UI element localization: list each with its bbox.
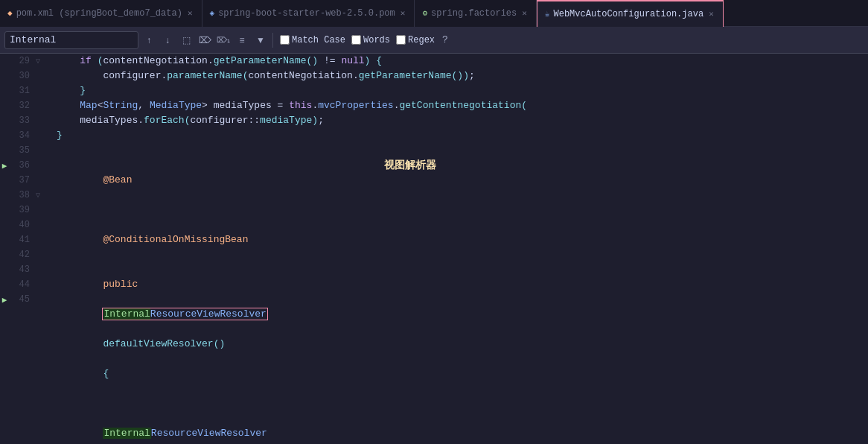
fold-icon-38[interactable]: ▽	[36, 191, 40, 200]
arrow-icon-45: ▶	[2, 295, 7, 305]
gutter-row-45: 45	[9, 292, 54, 307]
search-filter-button[interactable]: ≡	[234, 32, 250, 48]
search-prev-button[interactable]: ↑	[141, 32, 157, 48]
words-checkbox[interactable]	[351, 35, 361, 45]
margin-row-31	[0, 83, 9, 98]
tab-webmvc-java[interactable]: ☕ WebMvcAutoConfiguration.java ✕	[537, 0, 724, 27]
arrow-icon-36: ▶	[2, 161, 7, 171]
search-input[interactable]	[10, 34, 129, 45]
gutter-icons-36	[36, 158, 52, 173]
left-margin: ▶ ▶	[0, 54, 9, 444]
type-resourceviewresolver-38: ResourceViewResolver	[150, 308, 267, 320]
kw-public-38: public	[103, 279, 138, 290]
code-line-29: if (contentNegotiation.getParameterName(…	[57, 54, 868, 69]
line-num-41: 41	[9, 232, 36, 247]
search-format-button1[interactable]: ⌦	[197, 32, 213, 48]
java-icon: ☕	[545, 9, 550, 19]
code-line-31: }	[57, 83, 868, 98]
search-format-button2[interactable]: ⌦₁	[215, 32, 232, 48]
gutter-icons-40	[36, 218, 52, 232]
gutter-icons-43	[36, 262, 52, 277]
search-funnel-button[interactable]: ▼	[252, 32, 269, 48]
gutter-icons-30	[36, 69, 52, 83]
gutter-icons-41	[36, 232, 52, 247]
factory-icon: ⚙	[422, 8, 427, 18]
close-tab-pom[interactable]: ✕	[186, 7, 194, 19]
margin-row-33	[0, 113, 9, 128]
margin-row-40	[0, 218, 9, 232]
match-case-checkbox[interactable]	[280, 35, 290, 45]
search-bar: ↑ ↓ ⬚ ⌦ ⌦₁ ≡ ▼ Match Case Words Regex ?	[0, 27, 868, 54]
gutter-row-32: 32	[9, 98, 54, 113]
words-option[interactable]: Words	[351, 35, 390, 45]
gutter-row-44: 44	[9, 277, 54, 292]
tab-bar: ◆ pom.xml (springBoot_demo7_data) ✕ ◈ sp…	[0, 0, 868, 27]
line-num-39: 39	[9, 203, 36, 218]
gutter-icons-42	[36, 247, 52, 262]
gutter-icons-38: ▽	[36, 188, 52, 203]
search-help-button[interactable]: ?	[442, 34, 448, 45]
margin-row-39	[0, 203, 9, 218]
gutter-row-30: 30	[9, 69, 54, 83]
margin-row-32	[0, 98, 9, 113]
annotation-conditional-37: @ConditionalOnMissingBean	[103, 234, 248, 245]
gutter-icons-31	[36, 83, 52, 98]
gutter-icons-45	[36, 292, 52, 307]
code-text-37: @ConditionalOnMissingBean	[57, 218, 868, 262]
gutter-icons-44	[36, 277, 52, 292]
tab-starter-pom[interactable]: ◈ spring-boot-starter-web-2.5.0.pom ✕	[202, 0, 415, 27]
tab-spring-factories[interactable]: ⚙ spring.factories ✕	[415, 0, 536, 27]
close-tab-starter[interactable]: ✕	[399, 7, 407, 19]
gutter-row-42: 42	[9, 247, 54, 262]
gutter-row-29: 29 ▽	[9, 54, 54, 69]
line-num-31: 31	[9, 83, 36, 98]
code-line-39: InternalResourceViewResolver resolver = …	[57, 396, 868, 444]
code-text-38: public InternalResourceViewResolver defa…	[57, 262, 868, 396]
gutter-row-31: 31	[9, 83, 54, 98]
margin-row-34	[0, 128, 9, 143]
gutter-row-41: 41	[9, 232, 54, 247]
code-text-30: configurer.parameterName(contentNegotiat…	[57, 69, 868, 83]
tab-label-factories: spring.factories	[431, 8, 517, 19]
tab-label-starter: spring-boot-starter-web-2.5.0.pom	[218, 8, 395, 19]
gutter-row-38: 38 ▽	[9, 188, 54, 203]
line-number-gutter: 29 ▽ 30 31 32 33 34 35 36	[9, 54, 54, 444]
margin-row-29	[0, 54, 9, 69]
line-num-36: 36	[9, 158, 36, 173]
close-tab-factories[interactable]: ✕	[520, 7, 529, 19]
match-case-option[interactable]: Match Case	[280, 35, 345, 45]
close-tab-webmvc[interactable]: ✕	[707, 8, 715, 19]
gutter-row-40: 40	[9, 218, 54, 232]
code-line-37: @ConditionalOnMissingBean	[57, 218, 868, 262]
regex-checkbox[interactable]	[396, 35, 406, 45]
code-line-34: }	[57, 128, 868, 143]
line-num-35: 35	[9, 143, 36, 158]
line-num-37: 37	[9, 173, 36, 188]
code-text-33: mediaTypes.forEach(configurer::mediaType…	[57, 113, 868, 128]
internal-text-38a: Internal	[103, 308, 150, 320]
regex-option[interactable]: Regex	[396, 35, 435, 45]
gutter-icons-39	[36, 203, 52, 218]
search-multiline-button[interactable]: ⬚	[178, 32, 194, 48]
gutter-row-36: 36	[9, 158, 54, 173]
margin-row-43	[0, 262, 9, 277]
search-options: Match Case Words Regex ?	[280, 34, 448, 45]
gutter-row-34: 34	[9, 128, 54, 143]
code-content-area[interactable]: if (contentNegotiation.getParameterName(…	[54, 54, 868, 444]
line-num-38: 38	[9, 188, 36, 203]
search-next-button[interactable]: ↓	[159, 32, 176, 48]
match-case-label: Match Case	[292, 35, 345, 45]
line-num-44: 44	[9, 277, 36, 292]
search-input-container	[4, 31, 138, 49]
method-defaultviewresolver-38: defaultViewResolver	[103, 338, 213, 349]
code-line-32: Map<String, MediaType> mediaTypes = this…	[57, 98, 868, 113]
fold-icon-29[interactable]: ▽	[36, 57, 40, 66]
tab-pom-xml[interactable]: ◆ pom.xml (springBoot_demo7_data) ✕	[0, 0, 202, 27]
gutter-row-43: 43	[9, 262, 54, 277]
gutter-icons-33	[36, 113, 52, 128]
line-num-40: 40	[9, 218, 36, 232]
gutter-icons-35	[36, 143, 52, 158]
code-text-35	[57, 143, 868, 158]
margin-row-41	[0, 232, 9, 247]
line-num-33: 33	[9, 113, 36, 128]
